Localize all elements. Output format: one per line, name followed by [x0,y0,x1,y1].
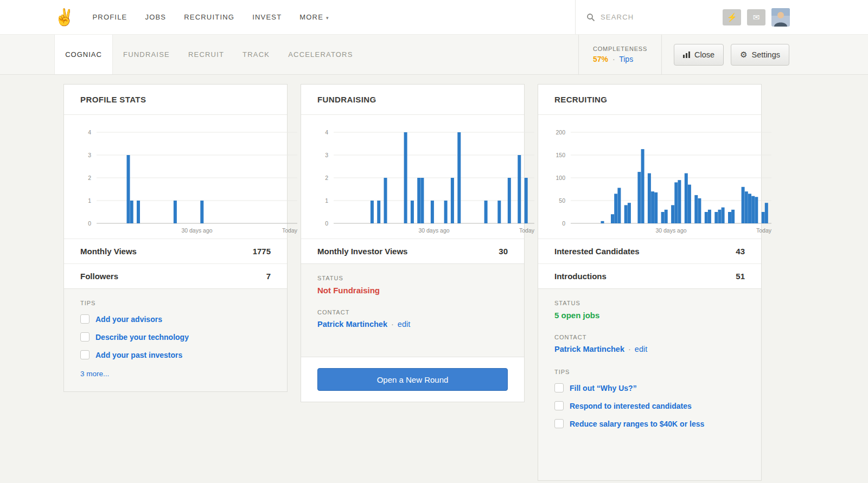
messages-button[interactable]: ✉ [747,9,765,25]
stat-row: Interested Candidates 43 [538,239,761,263]
tip-link[interactable]: Describe your technology [95,333,189,342]
tab-fundraise[interactable]: FUNDRAISE [114,50,179,59]
contact-link[interactable]: Patrick Martinchek [317,320,387,329]
tip-row: Reduce salary ranges to $40K or less [554,419,745,428]
stat-value: 1775 [253,247,271,256]
tab-cogniac[interactable]: COGNIAC [54,35,113,74]
contact-link[interactable]: Patrick Martinchek [554,345,624,353]
svg-text:3: 3 [88,152,91,158]
top-nav: PROFILE JOBS RECRUITING INVEST MORE▾ [92,13,329,21]
contact-row: Patrick Martinchek · edit [317,320,508,329]
angellist-logo-icon[interactable]: ✌ [54,9,74,25]
contact-separator: · [391,320,394,329]
stat-row: Followers 7 [64,263,287,288]
recruiting-chart: 05010015020030 days agoToday [538,115,761,239]
completeness-value: 57% [593,55,608,63]
tips-section-label: TIPS [80,300,271,306]
tip-row: Fill out “Why Us?” [554,383,745,392]
lightning-icon: ⚡ [727,12,737,22]
tips-link[interactable]: Tips [619,55,633,63]
status-badge: Not Fundraising [317,286,508,295]
envelope-icon: ✉ [753,12,760,22]
status-label: STATUS [554,300,745,306]
profile-stats-title: PROFILE STATS [64,85,287,115]
tip-checkbox[interactable] [80,314,90,324]
status-badge: 5 open jobs [554,311,745,320]
tip-link[interactable]: Fill out “Why Us?” [570,384,637,392]
top-bar: ✌ PROFILE JOBS RECRUITING INVEST MORE▾ ⚡… [0,0,868,34]
svg-text:Today: Today [519,227,535,234]
investor-views-chart: 0123430 days agoToday [301,115,524,239]
tip-link[interactable]: Reduce salary ranges to $40K or less [570,420,704,428]
stat-row: Monthly Investor Views 30 [301,239,524,263]
svg-text:1: 1 [325,197,328,204]
tip-row: Add your past investors [80,350,271,359]
settings-button-label: Settings [752,50,780,59]
completeness-block: COMPLETENESS 57% · Tips [578,35,662,74]
tab-accelerators[interactable]: ACCELERATORS [279,50,362,59]
tip-checkbox[interactable] [80,350,90,359]
svg-text:30 days ago: 30 days ago [418,227,449,234]
more-tips-link[interactable]: 3 more... [80,370,109,378]
fundraising-title: FUNDRAISING [301,85,524,115]
search-input[interactable] [601,13,687,21]
tab-track[interactable]: TRACK [233,50,279,59]
svg-text:4: 4 [325,129,328,136]
stat-label: Monthly Investor Views [317,247,407,256]
recruiting-title: RECRUITING [538,85,761,115]
avatar[interactable] [771,8,790,27]
svg-text:3: 3 [325,152,328,158]
edit-contact-link[interactable]: edit [635,345,647,353]
tip-checkbox[interactable] [80,332,90,342]
tip-link[interactable]: Add your advisors [95,315,162,324]
nav-item-recruiting[interactable]: RECRUITING [184,13,234,21]
stat-row: Monthly Views 1775 [64,239,287,263]
stat-label: Monthly Views [80,247,137,256]
svg-text:0: 0 [562,220,565,227]
tip-checkbox[interactable] [554,419,564,428]
svg-text:0: 0 [325,220,328,227]
stat-value: 7 [266,272,271,281]
tip-row: Describe your technology [80,332,271,342]
stat-label: Interested Candidates [554,247,640,256]
tip-checkbox[interactable] [554,383,564,392]
tip-link[interactable]: Add your past investors [95,351,182,359]
profile-views-chart: 0123430 days agoToday [64,115,287,239]
stat-label: Followers [80,272,118,281]
svg-text:30 days ago: 30 days ago [655,227,686,234]
nav-item-invest[interactable]: INVEST [252,13,282,21]
open-new-round-button[interactable]: Open a New Round [317,368,508,391]
nav-item-more[interactable]: MORE▾ [299,13,329,21]
close-button[interactable]: Close [674,44,724,66]
activity-button[interactable]: ⚡ [723,9,741,25]
settings-button[interactable]: ⚙ Settings [731,44,789,66]
recruiting-status-section: STATUS 5 open jobs CONTACT Patrick Marti… [538,288,761,480]
stat-label: Introductions [554,272,607,281]
fundraising-footer: Open a New Round [301,357,524,402]
svg-text:150: 150 [556,152,565,158]
svg-text:4: 4 [88,129,91,136]
svg-text:2: 2 [88,175,91,181]
contact-label: CONTACT [554,334,745,340]
svg-text:100: 100 [556,175,565,181]
tip-link[interactable]: Respond to interested candidates [570,402,692,410]
svg-text:Today: Today [756,227,772,234]
completeness-separator: · [612,55,615,63]
dashboard: PROFILE STATS 0123430 days agoToday Mont… [63,84,868,481]
tip-checkbox[interactable] [554,401,564,410]
edit-contact-link[interactable]: edit [398,320,410,329]
svg-text:200: 200 [556,129,565,136]
recruiting-card: RECRUITING 05010015020030 days agoToday … [538,84,762,481]
nav-item-profile[interactable]: PROFILE [92,13,127,21]
close-button-label: Close [694,50,714,59]
contact-row: Patrick Martinchek · edit [554,345,745,353]
chevron-down-icon: ▾ [326,15,329,21]
nav-item-jobs[interactable]: JOBS [145,13,166,21]
profile-stats-card: PROFILE STATS 0123430 days agoToday Mont… [63,84,288,392]
stat-value: 30 [499,247,508,256]
svg-text:2: 2 [325,175,328,181]
tab-recruit[interactable]: RECRUIT [179,50,233,59]
search-bar [586,13,717,22]
svg-text:Today: Today [282,227,298,234]
fundraising-card: FUNDRAISING 0123430 days agoToday Monthl… [301,84,525,402]
